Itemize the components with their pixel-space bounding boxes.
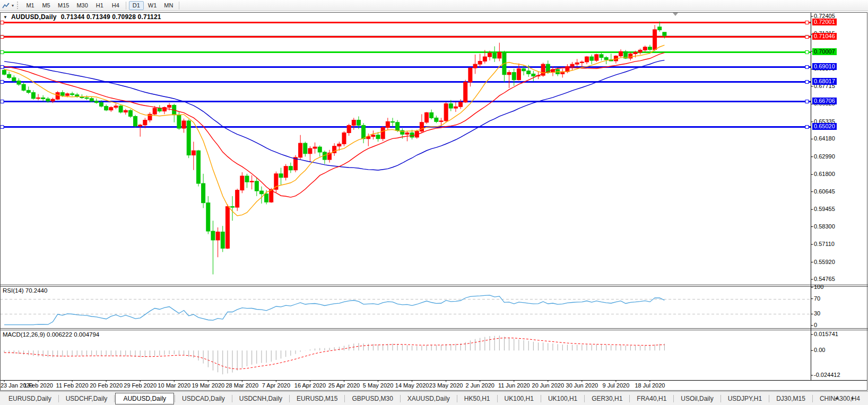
chart-tab-uk100-h1[interactable]: UK100,H1 <box>498 393 540 404</box>
timeframe-toolbar: ▾ M1M5M15M30H1H4D1W1MN <box>0 0 868 11</box>
tab-separator <box>232 395 232 402</box>
line-handle[interactable] <box>805 126 809 129</box>
line-handle[interactable] <box>1 21 4 24</box>
chart-tab-uk100-h1[interactable]: UK100,H1 <box>542 393 584 404</box>
chart-tab-usdjpy-h1[interactable]: USDJPY,H1 <box>722 393 768 404</box>
tab-separator <box>629 395 630 402</box>
chart-tab-usoil-daily[interactable]: USOil,Daily <box>674 393 719 404</box>
line-handle[interactable] <box>1 126 4 129</box>
chart-tab-xauusd-daily[interactable]: XAUUSD,Daily <box>401 393 456 404</box>
chart-tab-bar: EURUSD,DailyUSDCHF,DailyAUDUSD,DailyUSDC… <box>0 391 868 405</box>
timeframe-button-h1[interactable]: H1 <box>92 1 107 10</box>
chart-tab-ger30-h1[interactable]: GER30,H1 <box>585 393 629 404</box>
line-handle[interactable] <box>1 66 4 69</box>
timeframe-button-m30[interactable]: M30 <box>73 1 91 10</box>
moving-average-line <box>4 52 664 197</box>
line-handle[interactable] <box>1 51 4 54</box>
tab-separator <box>769 395 769 402</box>
chart-tab-hk50-h1[interactable]: HK50,H1 <box>458 393 497 404</box>
timeframe-button-h4[interactable]: H4 <box>108 1 123 10</box>
timeframe-button-w1[interactable]: W1 <box>145 1 160 10</box>
tab-scroll-left-arrow[interactable]: ◄ <box>834 395 844 401</box>
tab-separator <box>673 395 674 402</box>
tab-scroll-right-arrow[interactable]: ► <box>850 395 861 401</box>
tab-separator <box>584 395 585 402</box>
chart-tab-gbpusd-m30[interactable]: GBPUSD,M30 <box>345 393 399 404</box>
line-handle[interactable] <box>805 100 809 103</box>
macd-histogram <box>4 336 664 374</box>
timeframe-button-m1[interactable]: M1 <box>23 1 38 10</box>
line-handle[interactable] <box>805 66 809 69</box>
timeframe-button-m15[interactable]: M15 <box>55 1 72 10</box>
one-click-collapse-icon[interactable]: ▼ <box>3 15 7 20</box>
line-handle[interactable] <box>805 51 809 54</box>
chart-tab-usdcad-daily[interactable]: USDCAD,Daily <box>176 393 231 404</box>
chart-tool-icon[interactable] <box>1 1 11 10</box>
chart-ohlc-values: 0.71344 0.71349 0.70928 0.71121 <box>61 13 161 21</box>
chart-border <box>1 13 867 391</box>
tab-separator <box>58 395 59 402</box>
toolbar-separator <box>179 2 179 10</box>
chart-shift-marker-icon[interactable] <box>673 13 678 16</box>
tab-separator <box>541 395 541 402</box>
line-handle[interactable] <box>805 81 809 84</box>
chart-tab-dj30-m15[interactable]: DJ30,M15 <box>770 393 812 404</box>
tab-separator <box>812 395 813 402</box>
chart-symbol-title: AUDUSD,Daily <box>11 13 57 21</box>
tab-separator <box>721 395 721 402</box>
tab-separator <box>289 395 290 402</box>
dropdown-caret-icon[interactable]: ▾ <box>12 3 14 8</box>
line-handle[interactable] <box>1 81 4 84</box>
macd-signal-line <box>4 338 664 369</box>
tab-separator <box>175 395 175 402</box>
tab-separator <box>497 395 498 402</box>
chart-tab-usdcnh-daily[interactable]: USDCNH,Daily <box>233 393 289 404</box>
tab-separator <box>114 395 115 402</box>
chart-tab-eurusd-daily[interactable]: EURUSD,Daily <box>2 393 58 404</box>
timeframe-button-m5[interactable]: M5 <box>39 1 54 10</box>
candles <box>3 21 666 274</box>
chart-tab-eurusd-m15[interactable]: EURUSD,M15 <box>290 393 344 404</box>
toolbar-separator <box>126 2 126 10</box>
toolbar-grip <box>17 2 19 9</box>
tab-separator <box>457 395 457 402</box>
chart-tab-fra40-h1[interactable]: FRA40,H1 <box>630 393 673 404</box>
tab-separator <box>344 395 345 402</box>
timeframe-button-mn[interactable]: MN <box>161 1 176 10</box>
timeframe-button-d1[interactable]: D1 <box>129 1 144 10</box>
mt4-application-window: ▾ M1M5M15M30H1H4D1W1MN ▼ AUDUSD,Daily 0.… <box>0 0 868 405</box>
price-chart-svg[interactable] <box>0 11 868 391</box>
chart-title-row: ▼ AUDUSD,Daily 0.71344 0.71349 0.70928 0… <box>3 13 166 21</box>
line-handle[interactable] <box>805 21 809 24</box>
tab-separator <box>400 395 401 402</box>
chart-tab-audusd-daily[interactable]: AUDUSD,Daily <box>115 393 174 404</box>
line-handle[interactable] <box>1 100 4 103</box>
chart-window: ▼ AUDUSD,Daily 0.71344 0.71349 0.70928 0… <box>0 11 868 391</box>
chart-tab-usdchf-daily[interactable]: USDCHF,Daily <box>59 393 114 404</box>
rsi-line <box>4 295 664 325</box>
